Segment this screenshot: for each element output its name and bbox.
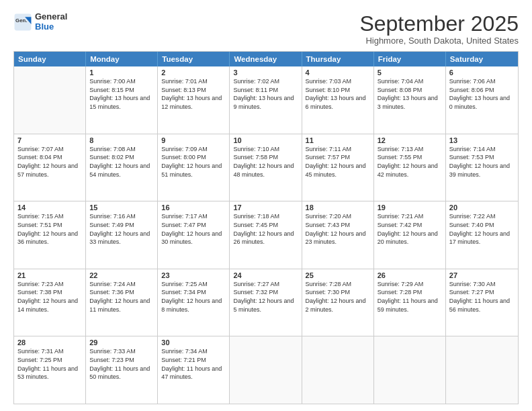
cal-cell-5-3: 30Sunrise: 7:34 AM Sunset: 7:21 PM Dayli…: [158, 336, 230, 404]
header-saturday: Saturday: [446, 52, 518, 66]
cal-cell-5-7: [446, 336, 518, 404]
cal-cell-1-3: 2Sunrise: 7:01 AM Sunset: 8:13 PM Daylig…: [158, 66, 230, 134]
cal-cell-3-6: 19Sunrise: 7:21 AM Sunset: 7:42 PM Dayli…: [374, 201, 446, 269]
location: Highmore, South Dakota, United States: [359, 36, 519, 46]
day-number: 26: [378, 271, 442, 279]
cell-info: Sunrise: 7:08 AM Sunset: 8:02 PM Dayligh…: [89, 145, 154, 179]
header-friday: Friday: [374, 52, 446, 66]
cell-info: Sunrise: 7:34 AM Sunset: 7:21 PM Dayligh…: [161, 347, 226, 381]
cell-info: Sunrise: 7:11 AM Sunset: 7:57 PM Dayligh…: [306, 145, 370, 179]
cal-cell-3-7: 20Sunrise: 7:22 AM Sunset: 7:40 PM Dayli…: [446, 201, 518, 269]
header-tuesday: Tuesday: [158, 52, 230, 66]
calendar-row-3: 14Sunrise: 7:15 AM Sunset: 7:51 PM Dayli…: [14, 201, 518, 269]
header-monday: Monday: [86, 52, 158, 66]
day-number: 20: [449, 203, 515, 212]
cell-info: Sunrise: 7:31 AM Sunset: 7:25 PM Dayligh…: [17, 347, 82, 381]
cell-info: Sunrise: 7:02 AM Sunset: 8:11 PM Dayligh…: [233, 77, 298, 111]
day-number: 12: [378, 136, 442, 144]
cal-cell-3-5: 18Sunrise: 7:20 AM Sunset: 7:43 PM Dayli…: [302, 201, 374, 269]
day-number: 28: [17, 338, 82, 347]
day-number: 6: [449, 68, 515, 77]
cell-info: Sunrise: 7:22 AM Sunset: 7:40 PM Dayligh…: [449, 212, 515, 246]
day-number: 11: [306, 136, 370, 144]
day-number: 17: [233, 203, 298, 212]
day-number: 8: [89, 136, 154, 144]
cell-info: Sunrise: 7:17 AM Sunset: 7:47 PM Dayligh…: [161, 212, 226, 246]
cal-cell-2-2: 8Sunrise: 7:08 AM Sunset: 8:02 PM Daylig…: [86, 134, 158, 201]
cal-cell-4-4: 24Sunrise: 7:27 AM Sunset: 7:32 PM Dayli…: [230, 269, 302, 336]
day-number: 2: [161, 68, 226, 77]
day-number: 16: [161, 203, 226, 212]
logo-icon: Gen.: [13, 13, 32, 32]
header-sunday: Sunday: [14, 52, 86, 66]
calendar-row-4: 21Sunrise: 7:23 AM Sunset: 7:38 PM Dayli…: [14, 269, 518, 336]
cell-info: Sunrise: 7:15 AM Sunset: 7:51 PM Dayligh…: [17, 212, 82, 246]
cell-info: Sunrise: 7:14 AM Sunset: 7:53 PM Dayligh…: [449, 145, 515, 179]
day-number: 30: [161, 338, 226, 347]
day-number: 9: [161, 136, 226, 144]
day-number: 25: [306, 271, 370, 279]
cal-cell-5-1: 28Sunrise: 7:31 AM Sunset: 7:25 PM Dayli…: [14, 336, 86, 404]
day-number: 18: [306, 203, 370, 212]
logo-general: General: [35, 12, 67, 22]
cell-info: Sunrise: 7:10 AM Sunset: 7:58 PM Dayligh…: [233, 145, 298, 179]
day-number: 7: [17, 136, 82, 144]
day-number: 5: [378, 68, 442, 77]
cell-info: Sunrise: 7:01 AM Sunset: 8:13 PM Dayligh…: [161, 77, 226, 111]
cal-cell-5-5: [302, 336, 374, 404]
day-number: 3: [233, 68, 298, 77]
title-block: September 2025 Highmore, South Dakota, U…: [359, 12, 519, 46]
cal-cell-5-6: [374, 336, 446, 404]
cell-info: Sunrise: 7:18 AM Sunset: 7:45 PM Dayligh…: [233, 212, 298, 246]
cal-cell-4-2: 22Sunrise: 7:24 AM Sunset: 7:36 PM Dayli…: [86, 269, 158, 336]
day-number: 21: [17, 271, 82, 279]
cal-cell-2-5: 11Sunrise: 7:11 AM Sunset: 7:57 PM Dayli…: [302, 134, 374, 201]
cal-cell-3-1: 14Sunrise: 7:15 AM Sunset: 7:51 PM Dayli…: [14, 201, 86, 269]
cal-cell-3-2: 15Sunrise: 7:16 AM Sunset: 7:49 PM Dayli…: [86, 201, 158, 269]
cell-info: Sunrise: 7:33 AM Sunset: 7:23 PM Dayligh…: [89, 347, 154, 381]
day-number: 15: [89, 203, 154, 212]
cell-info: Sunrise: 7:06 AM Sunset: 8:06 PM Dayligh…: [449, 77, 515, 111]
cal-cell-1-4: 3Sunrise: 7:02 AM Sunset: 8:11 PM Daylig…: [230, 66, 302, 134]
cal-cell-4-5: 25Sunrise: 7:28 AM Sunset: 7:30 PM Dayli…: [302, 269, 374, 336]
cell-info: Sunrise: 7:25 AM Sunset: 7:34 PM Dayligh…: [161, 280, 226, 314]
cal-cell-5-2: 29Sunrise: 7:33 AM Sunset: 7:23 PM Dayli…: [86, 336, 158, 404]
header-thursday: Thursday: [302, 52, 374, 66]
cal-cell-4-6: 26Sunrise: 7:29 AM Sunset: 7:28 PM Dayli…: [374, 269, 446, 336]
cell-info: Sunrise: 7:28 AM Sunset: 7:30 PM Dayligh…: [306, 280, 370, 314]
cal-cell-1-2: 1Sunrise: 7:00 AM Sunset: 8:15 PM Daylig…: [86, 66, 158, 134]
cal-cell-4-1: 21Sunrise: 7:23 AM Sunset: 7:38 PM Dayli…: [14, 269, 86, 336]
cell-info: Sunrise: 7:03 AM Sunset: 8:10 PM Dayligh…: [306, 77, 370, 111]
header-wednesday: Wednesday: [230, 52, 302, 66]
cal-cell-3-4: 17Sunrise: 7:18 AM Sunset: 7:45 PM Dayli…: [230, 201, 302, 269]
logo: Gen. General Blue: [13, 12, 67, 32]
calendar-row-5: 28Sunrise: 7:31 AM Sunset: 7:25 PM Dayli…: [14, 336, 518, 404]
calendar-row-2: 7Sunrise: 7:07 AM Sunset: 8:04 PM Daylig…: [14, 134, 518, 201]
calendar-header: Sunday Monday Tuesday Wednesday Thursday…: [14, 52, 518, 66]
cell-info: Sunrise: 7:16 AM Sunset: 7:49 PM Dayligh…: [89, 212, 154, 246]
cal-cell-1-5: 4Sunrise: 7:03 AM Sunset: 8:10 PM Daylig…: [302, 66, 374, 134]
cell-info: Sunrise: 7:09 AM Sunset: 8:00 PM Dayligh…: [161, 145, 226, 179]
day-number: 24: [233, 271, 298, 279]
cell-info: Sunrise: 7:20 AM Sunset: 7:43 PM Dayligh…: [306, 212, 370, 246]
cell-info: Sunrise: 7:07 AM Sunset: 8:04 PM Dayligh…: [17, 145, 82, 179]
month-title: September 2025: [359, 12, 519, 36]
day-number: 22: [89, 271, 154, 279]
calendar-row-1: 1Sunrise: 7:00 AM Sunset: 8:15 PM Daylig…: [14, 66, 518, 134]
cell-info: Sunrise: 7:04 AM Sunset: 8:08 PM Dayligh…: [378, 77, 442, 111]
cell-info: Sunrise: 7:00 AM Sunset: 8:15 PM Dayligh…: [89, 77, 154, 111]
day-number: 19: [378, 203, 442, 212]
cell-info: Sunrise: 7:30 AM Sunset: 7:27 PM Dayligh…: [449, 280, 515, 314]
cell-info: Sunrise: 7:23 AM Sunset: 7:38 PM Dayligh…: [17, 280, 82, 314]
cell-info: Sunrise: 7:24 AM Sunset: 7:36 PM Dayligh…: [89, 280, 154, 314]
day-number: 1: [89, 68, 154, 77]
cal-cell-2-4: 10Sunrise: 7:10 AM Sunset: 7:58 PM Dayli…: [230, 134, 302, 201]
cal-cell-2-7: 13Sunrise: 7:14 AM Sunset: 7:53 PM Dayli…: [446, 134, 518, 201]
cell-info: Sunrise: 7:27 AM Sunset: 7:32 PM Dayligh…: [233, 280, 298, 314]
cal-cell-3-3: 16Sunrise: 7:17 AM Sunset: 7:47 PM Dayli…: [158, 201, 230, 269]
cal-cell-1-7: 6Sunrise: 7:06 AM Sunset: 8:06 PM Daylig…: [446, 66, 518, 134]
cal-cell-1-6: 5Sunrise: 7:04 AM Sunset: 8:08 PM Daylig…: [374, 66, 446, 134]
day-number: 13: [449, 136, 515, 144]
day-number: 4: [306, 68, 370, 77]
day-number: 27: [449, 271, 515, 279]
